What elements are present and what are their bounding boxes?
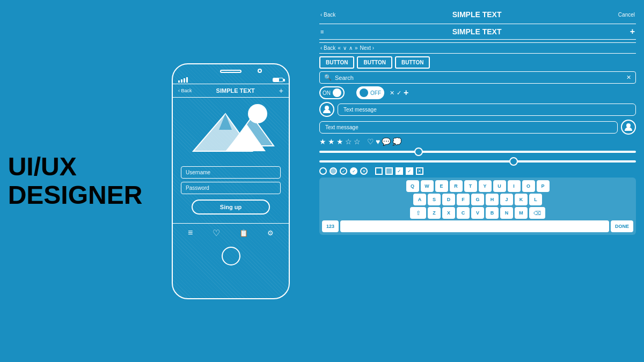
chat-outline-icon[interactable]: 💬 xyxy=(382,137,391,146)
username-field[interactable]: Username xyxy=(181,166,281,179)
heart-outline-icon[interactable]: ♡ xyxy=(367,137,374,146)
phone-home-button[interactable] xyxy=(222,247,240,265)
action-check-icon[interactable]: ✓ xyxy=(397,90,401,97)
signal-bar-2 xyxy=(181,79,182,83)
heart-filled-icon[interactable]: ♥ xyxy=(376,137,380,146)
key-a[interactable]: A xyxy=(413,194,426,205)
slider-2-track[interactable] xyxy=(319,160,636,162)
checkbox-checked[interactable]: ✓ xyxy=(396,167,403,175)
phone-header-title: SIMPLE TEXT xyxy=(216,87,255,94)
key-s[interactable]: S xyxy=(428,194,441,205)
password-field[interactable]: Password xyxy=(181,182,281,194)
phone-mockup: ‹ Back SIMPLE TEXT + Username Password xyxy=(172,63,290,299)
toggle-off-label: OFF xyxy=(370,90,381,96)
phone-status-bar xyxy=(173,76,289,84)
numbers-key[interactable]: 123 xyxy=(322,220,339,232)
ui-search-bar[interactable]: 🔍 Search ✕ xyxy=(319,71,636,84)
title-line2: DESIGNER xyxy=(8,181,143,209)
slider-1-thumb[interactable] xyxy=(414,147,423,156)
ui-toggles-row: ON OFF ✕ ✓ + xyxy=(319,86,636,99)
shift-key[interactable]: ⇧ xyxy=(410,207,426,219)
msg-bubble-1: Text message xyxy=(338,104,636,116)
ui-menubar: ≡ SIMPLE TEXT + xyxy=(319,24,636,40)
nav-notes-icon[interactable]: 📋 xyxy=(239,229,248,237)
key-j[interactable]: J xyxy=(500,194,513,205)
ui-nav2-plus[interactable]: + xyxy=(630,27,635,36)
key-d[interactable]: D xyxy=(442,194,455,205)
key-t[interactable]: T xyxy=(464,180,477,192)
star-5[interactable]: ☆ xyxy=(354,137,361,146)
checkbox-half[interactable] xyxy=(385,167,393,175)
key-m[interactable]: M xyxy=(515,207,528,219)
toggle-on-label: ON xyxy=(323,90,331,96)
key-r[interactable]: R xyxy=(450,180,463,192)
nav-heart-icon[interactable]: ♡ xyxy=(213,228,220,238)
toggle-on[interactable]: ON xyxy=(319,86,345,99)
slider-1-track[interactable] xyxy=(319,151,636,153)
nav-settings-icon[interactable]: ⚙ xyxy=(267,229,274,237)
toggle-off[interactable]: OFF xyxy=(356,86,384,99)
space-key[interactable] xyxy=(340,220,609,232)
radio-x[interactable]: ✕ xyxy=(360,167,368,175)
star-4[interactable]: ☆ xyxy=(345,137,352,146)
slider-2-thumb[interactable] xyxy=(509,157,518,166)
nav3-up[interactable]: ∧ xyxy=(349,45,353,51)
key-u[interactable]: U xyxy=(493,180,506,192)
key-g[interactable]: G xyxy=(471,194,484,205)
chat-filled-icon[interactable]: 💭 xyxy=(392,137,401,146)
ui-back-btn-1[interactable]: ‹ Back xyxy=(320,12,335,18)
star-1[interactable]: ★ xyxy=(319,137,326,146)
star-2[interactable]: ★ xyxy=(328,137,335,146)
signup-button[interactable]: Sing up xyxy=(192,200,270,215)
ui-cancel-btn[interactable]: Cancel xyxy=(618,12,635,18)
key-e[interactable]: E xyxy=(435,180,448,192)
phone-plus-btn[interactable]: + xyxy=(279,86,283,95)
key-y[interactable]: Y xyxy=(479,180,492,192)
key-v[interactable]: V xyxy=(471,207,484,219)
signal-bars xyxy=(178,77,188,83)
nav-menu-icon[interactable]: ≡ xyxy=(188,228,193,238)
radio-check[interactable]: ✓ xyxy=(340,167,347,175)
key-k[interactable]: K xyxy=(515,194,528,205)
checkbox-empty[interactable] xyxy=(375,167,383,175)
keyboard: Q W E R T Y U I O P A S D F G H J K L ⇧ … xyxy=(319,178,636,235)
key-q[interactable]: Q xyxy=(406,180,419,192)
done-key[interactable]: DONE xyxy=(611,220,633,232)
action-x-icon[interactable]: ✕ xyxy=(390,90,394,97)
ui-button-2[interactable]: BUTTON xyxy=(357,56,392,69)
search-clear-icon[interactable]: ✕ xyxy=(626,74,631,81)
key-b[interactable]: B xyxy=(486,207,499,219)
key-n[interactable]: N xyxy=(500,207,513,219)
nav3-dbl-left[interactable]: « xyxy=(338,45,341,51)
radio-half[interactable] xyxy=(330,167,337,175)
key-x[interactable]: X xyxy=(442,207,455,219)
phone-image-area xyxy=(173,98,289,162)
action-plus-icon[interactable]: + xyxy=(404,88,408,98)
delete-key[interactable]: ⌫ xyxy=(529,207,545,219)
nav3-down[interactable]: ∨ xyxy=(343,45,347,51)
nav3-back[interactable]: ‹ Back xyxy=(320,45,335,51)
checkbox-filled-check[interactable]: ✓ xyxy=(406,167,413,175)
radio-filled-check[interactable]: ✓ xyxy=(350,167,357,175)
key-h[interactable]: H xyxy=(486,194,499,205)
nav3-dbl-right[interactable]: » xyxy=(355,45,358,51)
star-3[interactable]: ★ xyxy=(336,137,343,146)
key-p[interactable]: P xyxy=(537,180,550,192)
checkbox-x[interactable]: ✕ xyxy=(416,167,423,175)
key-i[interactable]: I xyxy=(508,180,521,192)
hamburger-icon[interactable]: ≡ xyxy=(320,28,324,35)
nav3-next[interactable]: Next › xyxy=(360,45,374,51)
key-f[interactable]: F xyxy=(457,194,470,205)
phone-camera xyxy=(258,69,262,73)
ui-button-3[interactable]: BUTTON xyxy=(395,56,430,69)
ui-button-1[interactable]: BUTTON xyxy=(319,56,354,69)
signal-bar-1 xyxy=(178,80,180,83)
toggle-actions: ✕ ✓ + xyxy=(390,88,408,98)
key-w[interactable]: W xyxy=(421,180,434,192)
phone-back-btn[interactable]: ‹ Back xyxy=(178,88,192,93)
key-z[interactable]: Z xyxy=(428,207,441,219)
key-c[interactable]: C xyxy=(457,207,470,219)
key-o[interactable]: O xyxy=(522,180,535,192)
radio-empty[interactable] xyxy=(319,167,327,175)
key-l[interactable]: L xyxy=(529,194,542,205)
